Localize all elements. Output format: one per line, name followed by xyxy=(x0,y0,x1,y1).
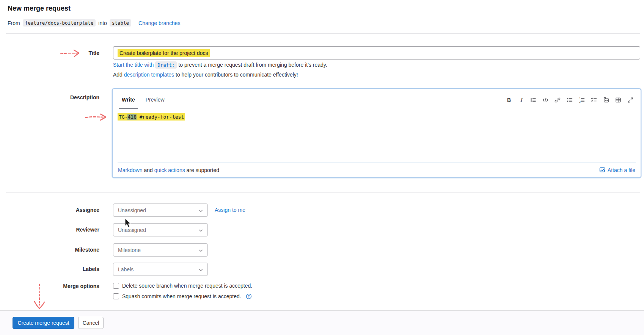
labels-label: Labels xyxy=(0,266,99,272)
description-editor: Write Preview B I 12 xyxy=(112,88,641,178)
milestone-dropdown[interactable]: Milestone xyxy=(113,243,208,257)
description-templates-link[interactable]: description templates xyxy=(124,72,174,78)
create-merge-request-button[interactable]: Create merge request xyxy=(13,317,74,329)
chevron-down-icon xyxy=(199,247,203,253)
editor-footer: Markdown and quick actions are supported… xyxy=(113,163,641,177)
page-title: New merge request xyxy=(8,5,71,13)
numbered-list-icon[interactable]: 12 xyxy=(577,96,587,104)
code-icon[interactable] xyxy=(540,96,550,104)
title-input[interactable]: Create boilerplate for the project docs xyxy=(113,46,640,59)
link-icon[interactable] xyxy=(553,96,562,104)
title-label: Title xyxy=(0,50,99,56)
markdown-link[interactable]: Markdown xyxy=(118,167,143,173)
question-circle-icon[interactable]: ? xyxy=(246,293,252,299)
chevron-down-icon xyxy=(199,227,203,233)
bullet-list-icon[interactable] xyxy=(565,96,575,104)
into-label: into xyxy=(98,20,107,26)
attach-file-label: Attach a file xyxy=(608,167,635,173)
breadcrumb-branches: From feature/docs-boilerplate into stabl… xyxy=(8,19,181,27)
italic-icon[interactable]: I xyxy=(516,96,526,104)
chevron-down-icon xyxy=(199,207,203,213)
draft-hint: Start the title with Draft: to prevent a… xyxy=(113,62,327,68)
task-list-icon[interactable] xyxy=(589,96,599,104)
markdown-help-text: Markdown and quick actions are supported xyxy=(118,167,219,173)
assign-to-me-link[interactable]: Assign to me xyxy=(215,207,245,213)
source-branch-chip: feature/docs-boilerplate xyxy=(23,19,96,27)
assignee-label: Assignee xyxy=(0,207,99,213)
change-branches-link[interactable]: Change branches xyxy=(138,20,181,26)
draft-hint-text: to prevent a merge request draft from me… xyxy=(178,62,327,68)
templates-hint: Add description templates to help your c… xyxy=(113,72,298,78)
title-value-highlighted: Create boilerplate for the project docs xyxy=(118,49,210,57)
description-arrow-right xyxy=(86,117,103,117)
templates-hint-prefix: Add xyxy=(113,72,123,78)
svg-text:1: 1 xyxy=(579,97,581,100)
from-label: From xyxy=(8,20,20,26)
bold-icon[interactable]: B xyxy=(504,96,514,104)
header-divider xyxy=(6,33,640,34)
selected-text: 418 xyxy=(127,114,136,120)
squash-commits-option: Squash commits when merge request is acc… xyxy=(113,293,252,299)
full-screen-icon[interactable] xyxy=(625,96,635,104)
attach-image-icon xyxy=(599,167,605,174)
description-textarea[interactable]: TG-418 #ready-for-test xyxy=(113,109,641,163)
target-branch-chip: stable xyxy=(110,19,131,27)
quote-icon[interactable] xyxy=(528,96,538,104)
new-merge-request-page: New merge request From feature/docs-boil… xyxy=(0,0,644,335)
quick-actions-link[interactable]: quick actions xyxy=(154,167,185,173)
chevron-down-icon xyxy=(199,266,203,272)
draft-hint-link[interactable]: Start the title with xyxy=(113,62,154,68)
tab-preview[interactable]: Preview xyxy=(142,97,168,109)
description-label: Description xyxy=(0,94,99,100)
labels-dropdown[interactable]: Labels xyxy=(113,263,208,276)
editor-toolbar: B I 12 xyxy=(504,96,635,109)
table-icon[interactable] xyxy=(613,96,623,104)
milestone-label: Milestone xyxy=(0,247,99,253)
collapsible-section-icon[interactable] xyxy=(601,96,611,104)
assignee-dropdown[interactable]: Unassigned xyxy=(113,204,208,217)
templates-hint-text: to help your contributors to communicate… xyxy=(176,72,298,78)
delete-source-branch-option: Delete source branch when merge request … xyxy=(113,283,252,289)
description-value-highlighted: TG-418 #ready-for-test xyxy=(118,113,185,121)
section-divider xyxy=(6,192,640,193)
editor-header: Write Preview B I 12 xyxy=(113,89,641,109)
reviewer-dropdown[interactable]: Unassigned xyxy=(113,223,208,236)
delete-source-branch-checkbox[interactable] xyxy=(113,283,119,289)
draft-code-chip[interactable]: Draft: xyxy=(155,62,177,68)
tab-write[interactable]: Write xyxy=(118,97,139,109)
merge-options-label: Merge options xyxy=(0,283,99,289)
svg-text:?: ? xyxy=(248,294,250,298)
squash-commits-text: Squash commits when merge request is acc… xyxy=(122,293,241,299)
svg-text:2: 2 xyxy=(579,100,581,103)
squash-commits-checkbox[interactable] xyxy=(113,293,119,299)
editor-tabs: Write Preview xyxy=(118,89,168,109)
reviewer-label: Reviewer xyxy=(0,227,99,233)
delete-source-branch-text: Delete source branch when merge request … xyxy=(122,283,252,289)
cancel-button[interactable]: Cancel xyxy=(78,317,104,329)
attach-file-button[interactable]: Attach a file xyxy=(599,167,635,174)
